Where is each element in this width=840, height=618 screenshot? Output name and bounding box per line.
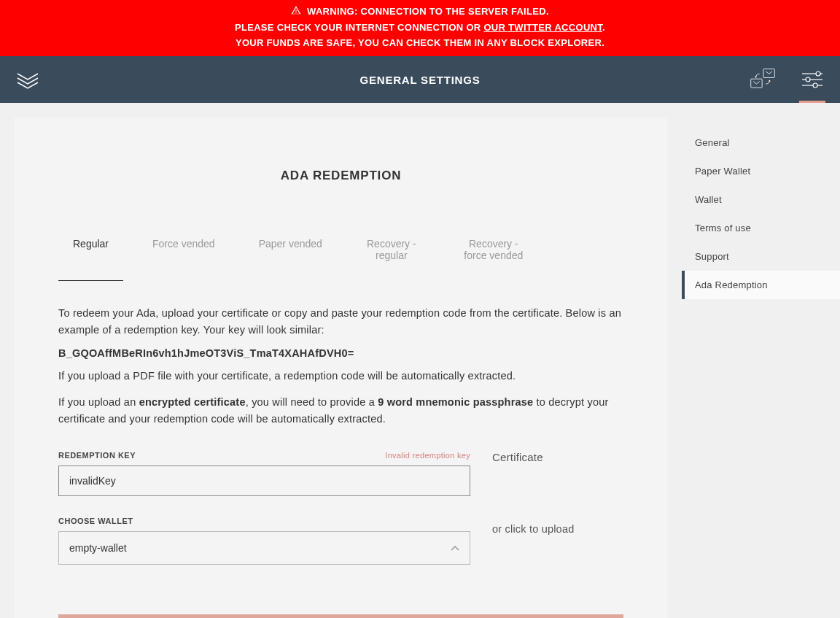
wallet-value: empty-wallet: [69, 542, 127, 554]
sidebar-item-paper-wallet[interactable]: Paper Wallet: [682, 157, 840, 185]
sidebar: General Paper Wallet Wallet Terms of use…: [682, 103, 840, 618]
warning-icon: [291, 4, 301, 20]
svg-point-5: [806, 77, 810, 82]
tab-paper-vended[interactable]: Paper vended: [244, 227, 337, 272]
sidebar-item-general[interactable]: General: [682, 128, 840, 157]
sidebar-item-ada-redemption[interactable]: Ada Redemption: [682, 271, 840, 299]
tab-recovery-force-vended[interactable]: Recovery - force vended: [446, 227, 541, 272]
header: GENERAL SETTINGS: [0, 56, 840, 103]
tabs: Regular Force vended Paper vended Recove…: [58, 227, 623, 272]
tab-force-vended[interactable]: Force vended: [138, 227, 230, 272]
tab-regular[interactable]: Regular: [58, 227, 123, 272]
tab-content: To redeem your Ada, upload your certific…: [58, 272, 623, 618]
sidebar-item-wallet[interactable]: Wallet: [682, 185, 840, 214]
instructions-p3: If you upload an encrypted certificate, …: [58, 394, 623, 428]
header-title: GENERAL SETTINGS: [359, 74, 480, 86]
certificate-upload-area[interactable]: Certificate or click to upload: [492, 451, 623, 535]
redeem-button[interactable]: Redeem your money: [58, 614, 623, 618]
sidebar-item-support[interactable]: Support: [682, 242, 840, 271]
settings-icon[interactable]: [799, 58, 825, 101]
tab-recovery-regular[interactable]: Recovery - regular: [351, 227, 432, 272]
wallet-label: CHOOSE WALLET: [58, 517, 133, 525]
svg-point-7: [813, 83, 817, 88]
wallet-select[interactable]: empty-wallet: [58, 531, 470, 565]
redemption-key-error: Invalid redemption key: [385, 451, 470, 460]
svg-point-3: [816, 72, 820, 76]
chevron-up-icon: [451, 542, 459, 554]
settings-card: ADA REDEMPTION Regular Force vended Pape…: [15, 117, 667, 618]
instructions-p1: To redeem your Ada, upload your certific…: [58, 305, 623, 339]
warning-banner: WARNING: CONNECTION TO THE SERVER FAILED…: [0, 0, 840, 56]
warning-line1: WARNING: CONNECTION TO THE SERVER FAILED…: [307, 6, 549, 17]
page-title: ADA REDEMPTION: [58, 169, 623, 183]
warning-line2-before: PLEASE CHECK YOUR INTERNET CONNECTION OR: [235, 22, 483, 33]
warning-line2-after: .: [602, 22, 605, 33]
content-area: ADA REDEMPTION Regular Force vended Pape…: [0, 103, 682, 618]
warning-line3: YOUR FUNDS ARE SAFE, YOU CAN CHECK THEM …: [15, 35, 825, 50]
app-logo-icon[interactable]: [15, 66, 41, 93]
certificate-label: Certificate: [492, 451, 623, 463]
redemption-key-input[interactable]: [58, 466, 470, 496]
instructions-p2: If you upload a PDF file with your certi…: [58, 368, 623, 385]
wallets-icon[interactable]: [750, 58, 776, 101]
sidebar-item-terms[interactable]: Terms of use: [682, 214, 840, 242]
svg-rect-1: [751, 79, 762, 88]
upload-text: or click to upload: [492, 523, 623, 535]
twitter-link[interactable]: OUR TWITTER ACCOUNT: [483, 22, 602, 33]
example-key: B_GQOAffMBeRIn6vh1hJmeOT3ViS_TmaT4XAHAfD…: [58, 347, 623, 359]
redemption-key-label: REDEMPTION KEY: [58, 451, 136, 460]
svg-rect-0: [763, 69, 774, 77]
